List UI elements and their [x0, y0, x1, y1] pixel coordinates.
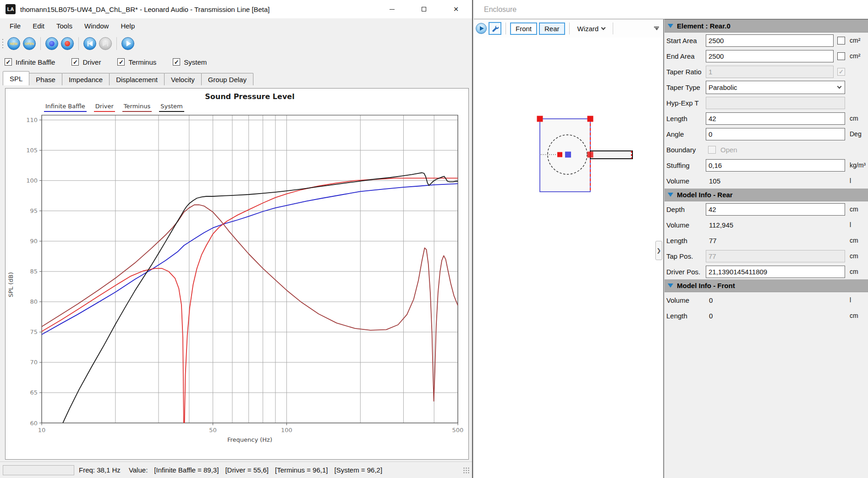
dropdown-value: Parabolic: [709, 83, 737, 91]
chart-legend: Infinite BaffleDriverTerminusSystem: [44, 103, 184, 112]
chart-area: Sound Pressure Level Infinite BaffleDriv…: [0, 85, 472, 461]
toggle-system[interactable]: ✓System: [173, 58, 207, 66]
input-angle[interactable]: [706, 128, 845, 140]
tab-velocity[interactable]: Velocity: [164, 73, 202, 85]
svg-text:80: 80: [30, 298, 38, 305]
field-label: End Area: [666, 52, 706, 60]
toolbar-separator: [116, 37, 117, 50]
enclosure-play-button[interactable]: [476, 23, 487, 34]
input-depth[interactable]: [706, 203, 845, 216]
field-row-length: Length77cm: [665, 233, 868, 248]
menu-edit[interactable]: Edit: [27, 18, 50, 34]
front-view-button[interactable]: Front: [510, 22, 537, 35]
value-length: 77: [706, 237, 717, 245]
section-header-model-info-rear[interactable]: Model Info - Rear: [665, 189, 868, 201]
y-axis-label: SPL (dB): [7, 272, 14, 297]
open-button[interactable]: OPEN: [23, 37, 36, 50]
dropdown-taper-type[interactable]: Parabolic: [706, 81, 845, 94]
field-label: Boundary: [666, 146, 706, 154]
rear-view-button[interactable]: Rear: [539, 22, 565, 35]
svg-text:100: 100: [281, 427, 292, 434]
red-dot-button[interactable]: [61, 37, 74, 50]
maximize-icon: [422, 7, 426, 11]
toggle-label: Driver: [82, 58, 101, 66]
field-row-start-area: Start Areacm²: [665, 33, 868, 48]
tab-spl[interactable]: SPL: [3, 71, 29, 85]
status-value: [Terminus = 96,1]: [275, 466, 328, 474]
menu-help[interactable]: Help: [115, 18, 141, 34]
svg-text:500: 500: [452, 427, 464, 434]
value-volume: 105: [706, 177, 720, 185]
tab-displacement[interactable]: Displacement: [109, 73, 165, 85]
toolbar-separator: [40, 37, 41, 50]
close-button[interactable]: ×: [440, 0, 472, 18]
toggle-terminus[interactable]: ✓Terminus: [117, 58, 156, 66]
menu-file[interactable]: File: [4, 18, 27, 34]
new-button[interactable]: NEW: [7, 37, 20, 50]
toolbar: NEW OPEN: [0, 34, 472, 53]
overflow-icon: [654, 27, 659, 28]
svg-text:50: 50: [209, 427, 217, 434]
resize-grip[interactable]: [463, 467, 469, 473]
enclosure-canvas[interactable]: ❯: [474, 38, 663, 478]
field-unit: l: [845, 221, 865, 228]
toolbar-grip[interactable]: [1, 37, 4, 50]
field-unit: cm: [845, 115, 865, 122]
field-row-end-area: End Areacm²: [665, 48, 868, 64]
step-forward-button: [99, 37, 112, 50]
wrench-icon: [491, 24, 499, 33]
status-value: [System = 96,2]: [334, 466, 382, 474]
menu-window[interactable]: Window: [78, 18, 115, 34]
tools-toggle-button[interactable]: [489, 22, 501, 35]
driver-position-handle: [557, 152, 562, 157]
port-junction-handle: [588, 152, 593, 158]
input-start-area[interactable]: [706, 34, 834, 47]
input-length[interactable]: [706, 112, 845, 125]
enclosure-title-bar: Enclosure: [474, 0, 868, 19]
input-hyp-exp-t: [706, 97, 845, 109]
status-value: [Infinite Baffle = 89,3]: [154, 466, 219, 474]
field-row-driver-pos: Driver Pos.cm: [665, 264, 868, 279]
curve-infinite-baffle: [42, 183, 458, 334]
properties-panel: Element : Rear.0Start Areacm²End Areacm²…: [664, 19, 868, 478]
svg-text:105: 105: [26, 147, 38, 154]
tab-phase[interactable]: Phase: [29, 73, 62, 85]
tab-group-delay[interactable]: Group Delay: [201, 73, 253, 85]
unit-checkbox-taper-ratio: ✓: [837, 68, 845, 76]
svg-text:85: 85: [30, 268, 38, 275]
maximize-button[interactable]: [408, 0, 440, 18]
toolbar-overflow-button[interactable]: [654, 27, 659, 30]
skip-back-button[interactable]: [83, 37, 96, 50]
play-button[interactable]: [121, 37, 134, 50]
play-icon: [126, 41, 131, 46]
toggle-infinite-baffle[interactable]: ✓Infinite Baffle: [5, 58, 55, 66]
title-bar: LA thomann15LB075-UW4_DA_ChL_BR* - Leona…: [0, 0, 472, 18]
input-driver-pos[interactable]: [706, 266, 845, 278]
toggle-label: Infinite Baffle: [16, 58, 55, 66]
field-row-depth: Depthcm: [665, 201, 868, 217]
enclosure-canvas-column: Front Rear Wizard: [474, 19, 664, 478]
red-dot-icon: [65, 41, 70, 46]
value-volume: 112,945: [706, 221, 733, 229]
section-header-element-rear-0[interactable]: Element : Rear.0: [665, 20, 868, 33]
blue-dot-button[interactable]: [45, 37, 58, 50]
input-stuffing[interactable]: [706, 159, 845, 172]
toolbar-separator: [569, 22, 570, 34]
unit-checkbox-start-area[interactable]: [837, 37, 845, 44]
field-label: Length: [666, 115, 706, 122]
minimize-icon: [390, 9, 395, 10]
input-end-area[interactable]: [706, 50, 834, 62]
tab-impedance[interactable]: Impedance: [62, 73, 110, 85]
field-label: Depth: [666, 206, 706, 213]
chevron-down-icon: [601, 26, 606, 30]
menu-tools[interactable]: Tools: [50, 18, 78, 34]
wizard-dropdown[interactable]: Wizard: [574, 23, 609, 34]
panel-collapse-button[interactable]: ❯: [655, 241, 662, 260]
curve-system: [63, 173, 458, 423]
section-header-model-info-front[interactable]: Model Info - Front: [665, 279, 868, 292]
field-label: Length: [666, 237, 706, 245]
unit-checkbox-end-area[interactable]: [837, 52, 845, 60]
field-unit: Deg: [845, 130, 865, 138]
toggle-driver[interactable]: ✓Driver: [71, 58, 101, 66]
minimize-button[interactable]: [376, 0, 408, 18]
